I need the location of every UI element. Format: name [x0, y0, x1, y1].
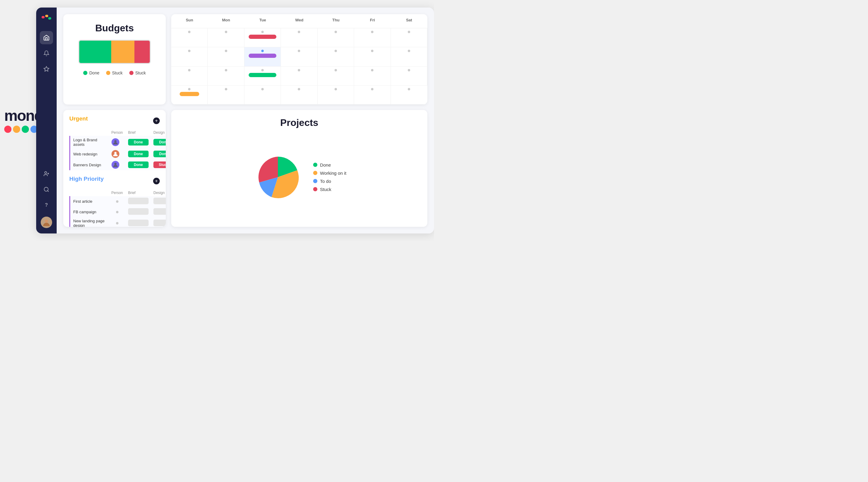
- cal-cell-r3-mon: [208, 67, 244, 86]
- legend-dot-stuck-red: [129, 71, 133, 75]
- hp-badge-empty-4: [153, 208, 166, 215]
- task-name-banners: Banners Design: [70, 159, 109, 170]
- table-row: Web redesign Done Done Stuck: [70, 149, 166, 159]
- projects-legend: Done Working on it To do Stuck: [313, 162, 346, 192]
- svg-rect-0: [41, 16, 44, 19]
- calendar-card: Sun Mon Tue Wed Thu Fri Sat: [171, 14, 427, 104]
- task-design-logo: Done: [151, 136, 166, 149]
- hp-person-1: [109, 196, 126, 207]
- cal-cell-r2-thu: [318, 47, 354, 66]
- urgent-add-button[interactable]: +: [153, 118, 160, 124]
- hp-design-3: [151, 217, 166, 227]
- cal-cell-r4-mon: [208, 86, 244, 104]
- projects-title: Projects: [180, 117, 419, 128]
- sidebar: ?: [36, 7, 57, 233]
- cal-cell-r1-sun: [171, 28, 208, 47]
- hp-person-3: [109, 217, 126, 227]
- proj-label-working: Working on it: [320, 170, 346, 175]
- cal-cell-r3-wed: [281, 67, 317, 86]
- task-name-web: Web redesign: [70, 149, 109, 159]
- cal-cell-r1-thu: [318, 28, 354, 47]
- hp-task-name-1: First article: [70, 196, 109, 207]
- legend-stuck-orange: Stuck: [106, 70, 123, 75]
- status-badge-done-5: Done: [128, 161, 149, 168]
- svg-point-10: [114, 140, 117, 142]
- svg-point-11: [114, 152, 117, 154]
- table-row: FB campaign: [70, 207, 166, 217]
- cal-header-mon: Mon: [208, 14, 244, 28]
- task-brief-logo: Done: [126, 136, 151, 149]
- cal-cell-r4-wed: [281, 86, 317, 104]
- user-avatar[interactable]: [41, 217, 52, 228]
- budget-segment-stuck-red: [134, 41, 150, 63]
- svg-point-7: [44, 187, 48, 191]
- svg-point-12: [114, 163, 117, 165]
- sidebar-item-search[interactable]: [40, 183, 53, 196]
- hp-brief-1: [126, 196, 151, 207]
- hp-task-name-3: New landing page design: [70, 217, 109, 227]
- proj-dot-stuck: [313, 187, 317, 191]
- cal-cell-r1-fri: [354, 28, 391, 47]
- hp-design-1: [151, 196, 166, 207]
- col-hp-brief: Brief: [126, 190, 151, 196]
- table-row: New landing page design: [70, 217, 166, 227]
- legend-done: Done: [83, 70, 99, 75]
- sidebar-item-add-person[interactable]: [40, 167, 53, 181]
- task-person-logo: [109, 136, 126, 149]
- hp-person-2: [109, 207, 126, 217]
- table-row: First article: [70, 196, 166, 207]
- svg-line-8: [48, 191, 49, 192]
- task-brief-web: Done: [126, 149, 151, 159]
- budgets-title: Budgets: [72, 23, 157, 34]
- hp-badge-empty-6: [153, 220, 166, 226]
- sidebar-item-help[interactable]: ?: [40, 198, 53, 212]
- pie-chart: [252, 152, 304, 203]
- task-design-banners: Stuck: [151, 159, 166, 170]
- col-brief-urgent: Brief: [126, 129, 151, 136]
- task-design-web: Done: [151, 149, 166, 159]
- cal-cell-r2-sun: [171, 47, 208, 66]
- cal-header-thu: Thu: [318, 14, 354, 28]
- budget-bar-container: [72, 40, 157, 64]
- main-content: Budgets Done Stuck: [57, 7, 434, 233]
- proj-label-stuck: Stuck: [320, 187, 332, 192]
- cal-header-sun: Sun: [171, 14, 208, 28]
- proj-legend-done: Done: [313, 162, 346, 167]
- cal-cell-r2-tue: [244, 47, 281, 66]
- svg-rect-2: [48, 17, 51, 20]
- sidebar-logo: [41, 13, 52, 24]
- hp-badge-empty-5: [128, 220, 149, 226]
- col-person-urgent: Person: [109, 129, 126, 136]
- budget-legend: Done Stuck Stuck: [72, 70, 157, 75]
- urgent-section-title: Urgent: [69, 116, 88, 122]
- cal-cell-r4-tue: [244, 86, 281, 104]
- sidebar-item-star[interactable]: [40, 62, 53, 75]
- col-hp-name: [70, 190, 109, 196]
- cal-header-sat: Sat: [391, 14, 427, 28]
- tasks-card: Urgent + Person Brief Design Execute Tim…: [63, 110, 166, 227]
- budget-segment-done: [79, 41, 111, 63]
- brand-dot-green: [22, 126, 29, 133]
- cal-cell-r1-mon: [208, 28, 244, 47]
- col-hp-person: Person: [109, 190, 126, 196]
- legend-dot-stuck-orange: [106, 71, 110, 75]
- cal-cell-r1-sat: [391, 28, 427, 47]
- proj-legend-stuck: Stuck: [313, 187, 346, 192]
- proj-legend-todo: To do: [313, 179, 346, 184]
- high-priority-add-button[interactable]: +: [153, 178, 160, 184]
- legend-label-stuck-red: Stuck: [135, 70, 146, 75]
- app-container: ? Budgets: [36, 7, 434, 233]
- cal-header-tue: Tue: [244, 14, 281, 28]
- cal-header-fri: Fri: [354, 14, 391, 28]
- pie-svg: [252, 152, 304, 203]
- cal-header-wed: Wed: [281, 14, 317, 28]
- sidebar-item-bell[interactable]: [40, 47, 53, 60]
- brand-dot-orange: [13, 126, 20, 133]
- sidebar-item-home[interactable]: [40, 31, 53, 44]
- col-design-urgent: Design: [151, 129, 166, 136]
- cal-cell-r3-fri: [354, 67, 391, 86]
- col-hp-design: Design: [151, 190, 166, 196]
- cal-cell-r4-sat: [391, 86, 427, 104]
- budgets-card: Budgets Done Stuck: [63, 14, 166, 104]
- avatar-orange: [112, 150, 119, 158]
